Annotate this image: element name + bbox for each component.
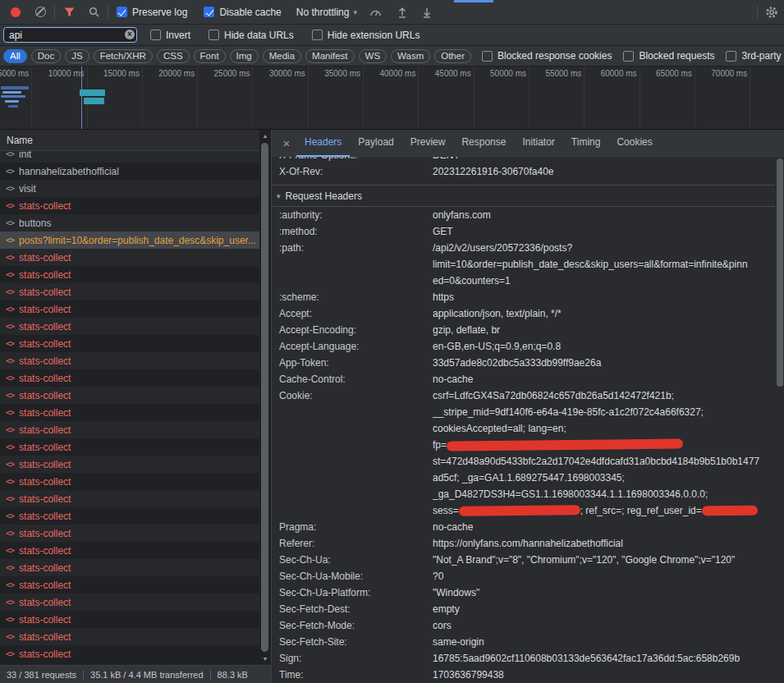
request-row[interactable]: <>stats-collect <box>0 318 259 335</box>
timeline-gridline: 60000 ms <box>585 66 640 129</box>
request-row[interactable]: <>stats-collect <box>0 352 259 369</box>
invert-toggle[interactable]: Invert <box>150 30 190 41</box>
disclosure-caret-icon: ▾ <box>277 192 281 200</box>
request-list-scrollbar[interactable]: ▲ ▼ <box>259 130 271 665</box>
preserve-log-toggle[interactable]: Preserve log <box>117 7 187 18</box>
export-har-button[interactable] <box>418 3 436 21</box>
request-row[interactable]: <>stats-collect <box>0 542 259 559</box>
request-header-row: Accept:application/json, text/plain, */* <box>272 305 775 322</box>
header-value: 33d57ade8c02dbc5a333db99ff9ae26a <box>433 355 775 371</box>
request-row[interactable]: <>stats-collect <box>0 576 259 594</box>
request-row[interactable]: <>stats-collect <box>0 249 259 266</box>
filter-toggle-button[interactable] <box>60 3 78 21</box>
invert-checkbox[interactable] <box>150 30 161 40</box>
request-name: stats-collect <box>19 269 259 281</box>
3rd-party-requests-checkbox[interactable] <box>726 51 736 62</box>
settings-gear-button[interactable] <box>763 3 781 21</box>
filter-chip-font[interactable]: Font <box>194 49 226 63</box>
request-row[interactable]: <>stats-collect <box>0 335 259 352</box>
tab-preview[interactable]: Preview <box>402 130 454 157</box>
header-value: DENY <box>433 157 775 163</box>
request-row[interactable]: <>stats-collect <box>0 507 259 525</box>
timeline-label: 40000 ms <box>379 69 415 78</box>
filter-chip-js[interactable]: JS <box>65 49 89 63</box>
name-column-header[interactable]: Name <box>0 130 271 151</box>
tab-headers[interactable]: Headers <box>296 130 350 157</box>
tab-cookies[interactable]: Cookies <box>608 130 660 157</box>
toggle-3rd-party-requests[interactable]: 3rd-party requests <box>726 50 784 62</box>
close-details-icon[interactable]: × <box>277 136 296 150</box>
request-row[interactable]: <>hannahelizabethofficial <box>0 163 259 180</box>
request-row[interactable]: <>init <box>0 151 259 163</box>
toggle-blocked-response-cookies[interactable]: Blocked response cookies <box>482 50 612 62</box>
hide-data-urls-toggle[interactable]: Hide data URLs <box>209 30 294 41</box>
request-header-row: Sign:16785:5aad9602cf110608b03133de56364… <box>272 650 775 667</box>
request-row[interactable]: <>stats-collect <box>0 369 259 387</box>
status-divider <box>83 670 84 680</box>
filter-chip-ws[interactable]: WS <box>359 49 387 63</box>
request-headers-section[interactable]: ▾Request Headers <box>272 185 775 207</box>
request-row[interactable]: <>posts?limit=10&order=publish_date_desc… <box>0 231 259 249</box>
details-scrollbar[interactable] <box>775 157 784 683</box>
disable-cache-toggle[interactable]: Disable cache <box>204 7 281 18</box>
request-row[interactable]: <>stats-collect <box>0 283 259 300</box>
throttling-dropdown[interactable]: No throttling ▾ <box>296 7 357 18</box>
filter-chip-css[interactable]: CSS <box>157 49 190 63</box>
search-button[interactable] <box>85 3 103 21</box>
request-row[interactable]: <>stats-collect <box>0 594 259 611</box>
tab-timing[interactable]: Timing <box>563 130 609 157</box>
hide-extension-urls-checkbox[interactable] <box>312 30 323 40</box>
scrollbar-thumb[interactable] <box>261 143 268 652</box>
filter-chip-all[interactable]: All <box>3 49 27 63</box>
request-row[interactable]: <>visit <box>0 180 259 197</box>
filter-bar: × Invert Hide data URLs Hide extension U… <box>0 25 784 46</box>
request-row[interactable]: <>stats-collect <box>0 645 259 662</box>
hide-extension-urls-toggle[interactable]: Hide extension URLs <box>312 30 420 41</box>
request-row[interactable]: <>stats-collect <box>0 300 259 318</box>
import-har-button[interactable] <box>393 3 411 21</box>
blocked-requests-checkbox[interactable] <box>623 51 634 62</box>
filter-chip-manifest[interactable]: Manifest <box>305 49 354 63</box>
blocked-response-cookies-checkbox[interactable] <box>482 51 493 62</box>
filter-input[interactable] <box>3 27 137 43</box>
header-name: :scheme: <box>272 289 433 305</box>
request-row[interactable]: <>stats-collect <box>0 473 259 490</box>
timeline-overview[interactable]: 5000 ms10000 ms15000 ms20000 ms25000 ms3… <box>0 66 784 130</box>
request-name: stats-collect <box>19 614 259 626</box>
filter-chip-wasm[interactable]: Wasm <box>391 49 430 63</box>
request-row[interactable]: <>stats-collect <box>0 421 259 438</box>
filter-chip-img[interactable]: Img <box>230 49 259 63</box>
filter-chip-other[interactable]: Other <box>434 49 471 63</box>
filter-chip-doc[interactable]: Doc <box>31 49 61 63</box>
request-row[interactable]: <>stats-collect <box>0 404 259 421</box>
hide-data-urls-checkbox[interactable] <box>209 30 219 40</box>
request-type-icon: <> <box>6 511 14 520</box>
toggle-blocked-requests[interactable]: Blocked requests <box>623 50 714 62</box>
request-row[interactable]: <>buttons <box>0 214 259 231</box>
request-row[interactable]: <>stats-collect <box>0 490 259 507</box>
request-row[interactable]: <>stats-collect <box>0 611 259 628</box>
header-name: Sec-Ch-Ua-Mobile: <box>272 568 433 584</box>
request-row[interactable]: <>stats-collect <box>0 559 259 576</box>
scrollbar-thumb[interactable] <box>777 158 783 387</box>
scroll-up-icon[interactable]: ▲ <box>259 133 271 139</box>
network-conditions-button[interactable] <box>367 3 385 21</box>
filter-chip-media[interactable]: Media <box>263 49 301 63</box>
tab-payload[interactable]: Payload <box>350 130 401 157</box>
scroll-down-icon[interactable]: ▼ <box>259 656 271 662</box>
request-row[interactable]: <>stats-collect <box>0 525 259 542</box>
record-button[interactable] <box>7 3 25 21</box>
request-row[interactable]: <>stats-collect <box>0 628 259 645</box>
tab-initiator[interactable]: Initiator <box>514 130 562 157</box>
request-row[interactable]: <>stats-collect <box>0 387 259 404</box>
clear-button[interactable] <box>31 3 49 21</box>
tab-response[interactable]: Response <box>453 130 514 157</box>
request-row[interactable]: <>stats-collect <box>0 438 259 456</box>
disable-cache-checkbox[interactable] <box>204 7 214 17</box>
request-row[interactable]: <>stats-collect <box>0 197 259 214</box>
filter-chip-fetch-xhr[interactable]: Fetch/XHR <box>94 49 153 63</box>
preserve-log-checkbox[interactable] <box>117 7 127 17</box>
request-row[interactable]: <>stats-collect <box>0 456 259 473</box>
clear-filter-icon[interactable]: × <box>125 30 135 39</box>
request-row[interactable]: <>stats-collect <box>0 266 259 283</box>
